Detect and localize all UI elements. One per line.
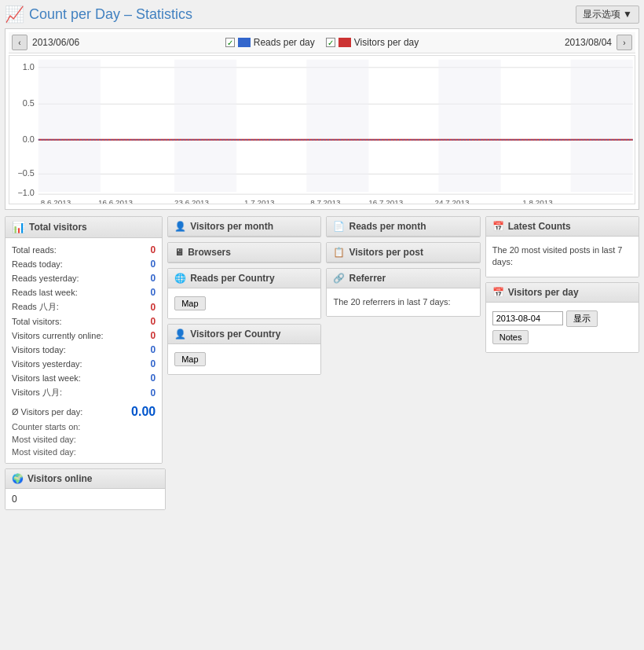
reads-per-month-link[interactable]: 📄 Reads per month (327, 217, 479, 237)
visitors-per-post-panel: 📋 Visitors per post (326, 242, 480, 263)
visitors-day-form: 显示 Notes (492, 307, 632, 347)
chart-next-button[interactable]: › (617, 35, 632, 50)
total-visitors-panel: 📊 Total visitors Total reads: 0 Reads to… (5, 216, 163, 464)
browsers-panel: 🖥 Browsers (167, 242, 321, 263)
calendar2-icon: 📅 (492, 287, 504, 298)
visitors-per-country-panel: 👤 Visitors per Country Map (167, 324, 321, 375)
counter-starts-row: Counter starts on: (12, 420, 156, 433)
svg-text:−1.0: −1.0 (17, 188, 34, 197)
globe-icon: 🌐 (174, 273, 186, 284)
total-visitors-header: 📊 Total visitors (5, 217, 162, 238)
reads-per-month-panel: 📄 Reads per month (326, 216, 480, 237)
browser-icon: 🖥 (174, 247, 184, 258)
visitors-color (338, 38, 351, 47)
visitors-online-count: 0 (12, 494, 17, 505)
chart-section: ‹ 2013/06/06 Reads per day Visitors per … (5, 28, 639, 210)
visitors-checkbox[interactable] (326, 38, 335, 47)
chart-nav-bar: ‹ 2013/06/06 Reads per day Visitors per … (9, 32, 635, 53)
svg-rect-14 (571, 60, 633, 192)
svg-rect-10 (38, 60, 101, 192)
browsers-link[interactable]: 🖥 Browsers (168, 243, 320, 263)
person-icon: 👤 (174, 221, 186, 232)
visitors-per-month-link[interactable]: 👤 Visitors per month (168, 217, 320, 237)
most-visited-day2: Most visited day: (12, 446, 156, 458)
svg-text:23.6.2013: 23.6.2013 (174, 198, 209, 204)
chart-icon: 📈 (5, 5, 24, 24)
reads-per-country-map-button[interactable]: Map (174, 296, 205, 310)
person-globe-icon: 👤 (174, 329, 186, 340)
page-wrapper: 📈 Count per Day – Statistics 显示选项 ▼ ‹ 20… (0, 0, 644, 515)
stat-row: Reads yesterday: 0 (12, 271, 156, 285)
svg-text:16.7.2013: 16.7.2013 (368, 198, 403, 204)
reads-per-country-panel: 🌐 Reads per Country Map (167, 268, 321, 319)
stat-row: Visitors last week: 0 (12, 371, 156, 385)
legend-reads: Reads per day (225, 37, 315, 48)
chart-prev-button[interactable]: ‹ (12, 35, 27, 50)
latest-counts-header: 📅 Latest Counts (486, 217, 639, 237)
stat-row: Visitors yesterday: 0 (12, 357, 156, 371)
table-icon: 📊 (12, 221, 25, 233)
right-middle-column: 📄 Reads per month 📋 Visitors per post 🔗 … (326, 216, 480, 317)
stat-row: Reads last week: 0 (12, 285, 156, 299)
visitors-day-show-button[interactable]: 显示 (566, 310, 598, 327)
world-icon: 🌍 (12, 473, 24, 484)
svg-text:16.6.2013: 16.6.2013 (98, 198, 133, 204)
total-visitors-body: Total reads: 0 Reads today: 0 Reads yest… (5, 238, 162, 463)
svg-rect-12 (306, 60, 368, 192)
display-options-button[interactable]: 显示选项 ▼ (576, 6, 639, 24)
stat-row: Visitors currently online: 0 (12, 329, 156, 343)
referrer-text: The 20 referrers in last 7 days: (333, 293, 473, 311)
svg-text:1.8.2013: 1.8.2013 (522, 198, 553, 204)
page-header: 📈 Count per Day – Statistics 显示选项 ▼ (5, 5, 639, 24)
reads-checkbox[interactable] (225, 38, 235, 47)
visitors-day-date-input[interactable] (492, 311, 563, 325)
referrer-icon: 🔗 (333, 273, 345, 284)
reads-color (238, 38, 251, 47)
bottom-layout: 🌍 Visitors online 0 (5, 468, 639, 510)
svg-rect-13 (438, 60, 500, 192)
stat-row: Total visitors: 0 (12, 314, 156, 329)
most-visited-day1: Most visited day: (12, 433, 156, 446)
svg-rect-11 (174, 60, 236, 192)
middle-column: 👤 Visitors per month 🖥 Browsers 🌐 Reads … (167, 216, 321, 375)
page-title: 📈 Count per Day – Statistics (5, 5, 192, 24)
visitors-per-month-panel: 👤 Visitors per month (167, 216, 321, 237)
visitors-per-day-panel: 📅 Visitors per day 显示 Notes (485, 282, 639, 353)
visitors-per-post-link[interactable]: 📋 Visitors per post (327, 243, 479, 263)
legend-visitors: Visitors per day (326, 37, 419, 48)
post-icon: 📋 (333, 247, 345, 258)
visitors-per-day-header: 📅 Visitors per day (486, 283, 639, 303)
doc-icon: 📄 (333, 221, 345, 232)
stat-row: Reads 八月: 0 (12, 299, 156, 314)
svg-text:1.0: 1.0 (23, 62, 35, 72)
reads-per-country-link[interactable]: 🌐 Reads per Country (168, 269, 320, 288)
visitors-per-country-map-button[interactable]: Map (174, 352, 205, 366)
visitors-online-header: 🌍 Visitors online (5, 469, 165, 489)
stat-row: Visitors 八月: 0 (12, 385, 156, 400)
chart-legend: Reads per day Visitors per day (225, 37, 419, 48)
referrer-panel: 🔗 Referrer The 20 referrers in last 7 da… (326, 268, 480, 317)
chart-end-date: 2013/08/04 (565, 37, 612, 48)
svg-text:8.6.2013: 8.6.2013 (41, 198, 71, 204)
svg-text:0.0: 0.0 (23, 134, 35, 144)
far-right-column: 📅 Latest Counts The 20 most visited post… (485, 216, 639, 353)
chart-area: 1.0 0.5 0.0 −0.5 −1.0 8.6.2013 1 (9, 55, 635, 204)
svg-text:0.5: 0.5 (23, 98, 35, 108)
referrer-link[interactable]: 🔗 Referrer (327, 269, 479, 288)
svg-text:1.7.2013: 1.7.2013 (244, 198, 275, 204)
stat-row: Visitors today: 0 (12, 343, 156, 357)
svg-text:−0.5: −0.5 (17, 168, 34, 178)
stat-row: Reads today: 0 (12, 257, 156, 271)
latest-counts-panel: 📅 Latest Counts The 20 most visited post… (485, 216, 639, 277)
visitors-online-panel: 🌍 Visitors online 0 (5, 468, 166, 510)
calendar-icon: 📅 (492, 221, 504, 232)
visitors-day-notes-button[interactable]: Notes (492, 330, 529, 344)
stat-row: Total reads: 0 (12, 243, 156, 257)
visitors-per-day-stat: Ø Visitors per day: 0.00 (12, 403, 156, 420)
latest-counts-text: The 20 most visited posts in last 7 days… (492, 241, 632, 272)
chart-start-date: 2013/06/06 (32, 37, 79, 48)
svg-text:24.7.2013: 24.7.2013 (434, 198, 469, 204)
svg-text:8.7.2013: 8.7.2013 (310, 198, 341, 204)
visitors-per-country-link[interactable]: 👤 Visitors per Country (168, 325, 320, 344)
